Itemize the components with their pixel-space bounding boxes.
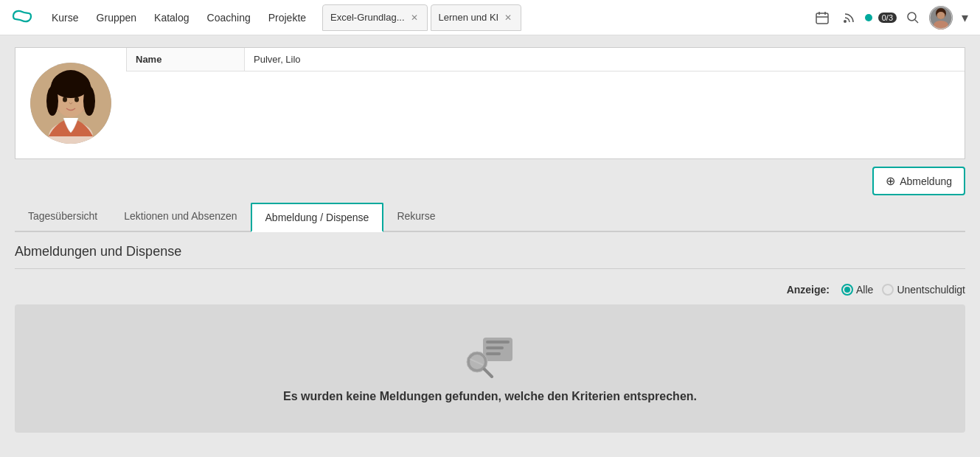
svg-point-15	[46, 86, 58, 116]
nav-coaching[interactable]: Coaching	[200, 0, 258, 35]
svg-point-4	[934, 21, 948, 29]
nav-gruppen[interactable]: Gruppen	[89, 0, 144, 35]
user-menu-chevron[interactable]: ▾	[959, 7, 971, 29]
svg-point-12	[63, 97, 67, 102]
radio-alle-circle	[841, 284, 853, 296]
badge-count: 0/3	[878, 13, 897, 23]
tab-excel-close[interactable]: ✕	[409, 11, 420, 24]
online-indicator	[865, 14, 872, 21]
abmeldung-button[interactable]: ⊕ Abmeldung	[872, 167, 965, 195]
svg-line-24	[484, 369, 492, 377]
nav-katalog[interactable]: Katalog	[147, 0, 196, 35]
tab-tagesubersicht[interactable]: Tagesübersicht	[15, 203, 111, 231]
main-content: Name Pulver, Lilo ⊕ Abmeldung Tagesübers…	[0, 35, 980, 444]
tab-excel-label: Excel-Grundlag...	[330, 12, 404, 23]
tab-lektionen[interactable]: Lektionen und Absenzen	[111, 203, 250, 231]
svg-rect-21	[486, 352, 501, 355]
tab-excel[interactable]: Excel-Grundlag... ✕	[322, 4, 427, 31]
profile-name-row: Name Pulver, Lilo	[127, 48, 965, 71]
tab-lernen-label: Lernen und KI	[439, 12, 499, 23]
tab-lernen[interactable]: Lernen und KI ✕	[431, 4, 522, 31]
nav-projekte[interactable]: Projekte	[261, 0, 313, 35]
calendar-icon[interactable]	[812, 7, 833, 28]
svg-point-2	[908, 13, 916, 21]
filter-radio-group: Alle Unentschuldigt	[841, 284, 965, 296]
action-area: ⊕ Abmeldung	[15, 159, 965, 203]
nav-kurse[interactable]: Kurse	[44, 0, 86, 35]
filter-alle[interactable]: Alle	[841, 284, 873, 296]
user-avatar[interactable]	[929, 6, 953, 29]
profile-avatar-container	[15, 48, 126, 158]
tabs-bar: Tagesübersicht Lektionen und Absenzen Ab…	[15, 203, 965, 232]
topnav: Kurse Gruppen Katalog Coaching Projekte …	[0, 0, 980, 35]
search-icon[interactable]	[903, 7, 923, 28]
svg-point-13	[74, 97, 79, 102]
svg-point-1	[844, 20, 847, 23]
empty-state: Es wurden keine Meldungen gefunden, welc…	[15, 304, 965, 433]
plus-circle-icon: ⊕	[886, 174, 895, 188]
name-label: Name	[127, 48, 245, 71]
section-title: Abmeldungen und Dispense	[15, 232, 965, 269]
radio-unentschuldigt-label: Unentschuldigt	[897, 284, 965, 296]
tab-lernen-close[interactable]: ✕	[503, 11, 513, 24]
tab-abmeldung[interactable]: Abmeldung / Dispense	[251, 203, 384, 232]
nav-tabs-area: Excel-Grundlag... ✕ Lernen und KI ✕	[322, 4, 809, 31]
radio-alle-label: Alle	[856, 284, 873, 296]
svg-rect-19	[486, 341, 510, 343]
svg-point-16	[83, 86, 95, 116]
logo[interactable]	[9, 7, 35, 27]
svg-rect-20	[486, 346, 504, 349]
svg-point-7	[937, 12, 945, 19]
filter-unentschuldigt[interactable]: Unentschuldigt	[882, 284, 965, 296]
rss-icon[interactable]	[838, 7, 859, 28]
abmeldung-label: Abmeldung	[900, 175, 952, 187]
profile-avatar	[30, 63, 111, 144]
name-value: Pulver, Lilo	[245, 48, 310, 71]
empty-state-icon	[461, 334, 520, 378]
tab-rekurse[interactable]: Rekurse	[383, 203, 448, 231]
svg-rect-0	[816, 13, 828, 24]
empty-state-text: Es wurden keine Meldungen gefunden, welc…	[283, 390, 697, 403]
profile-info: Name Pulver, Lilo	[126, 48, 965, 71]
filter-label: Anzeige:	[787, 284, 830, 296]
topnav-right: 0/3 ▾	[812, 6, 971, 29]
radio-unentschuldigt-circle	[882, 284, 894, 296]
filter-row: Anzeige: Alle Unentschuldigt	[15, 278, 965, 304]
